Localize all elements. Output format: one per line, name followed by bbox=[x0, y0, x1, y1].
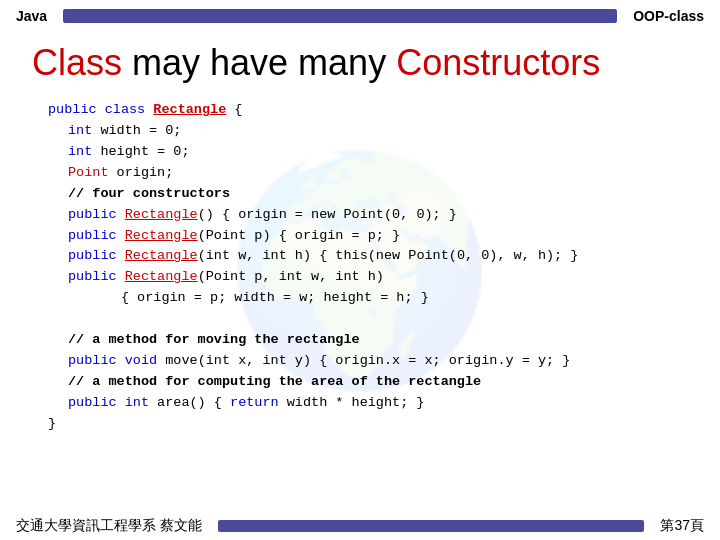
code-line-1: public class Rectangle { bbox=[48, 100, 672, 121]
code-line-9: { origin = p; width = w; height = h; } bbox=[48, 288, 672, 309]
code-line-8: public Rectangle(Point p, int w, int h) bbox=[48, 267, 672, 288]
footer: 交通大學資訊工程學系 蔡文能 第37頁 bbox=[0, 512, 720, 540]
footer-left-label: 交通大學資訊工程學系 蔡文能 bbox=[16, 517, 202, 535]
header: Java OOP-class bbox=[0, 0, 720, 32]
header-left-label: Java bbox=[16, 8, 47, 24]
footer-divider-bar bbox=[218, 520, 645, 532]
code-line-11: public int area() { return width * heigh… bbox=[48, 393, 672, 414]
footer-right-label: 第37頁 bbox=[660, 517, 704, 535]
code-block: public class Rectangle { int width = 0; … bbox=[0, 100, 720, 435]
code-line-2: int width = 0; bbox=[48, 121, 672, 142]
title-class-word: Class bbox=[32, 42, 122, 83]
slide-content: Java OOP-class Class may have many Const… bbox=[0, 0, 720, 540]
code-line-7: public Rectangle(int w, int h) { this(ne… bbox=[48, 246, 672, 267]
slide-title: Class may have many Constructors bbox=[0, 32, 720, 100]
header-divider-bar bbox=[63, 9, 617, 23]
code-line-comment3: // a method for computing the area of th… bbox=[48, 372, 672, 393]
code-line-comment2: // a method for moving the rectangle bbox=[48, 330, 672, 351]
header-right-label: OOP-class bbox=[633, 8, 704, 24]
code-line-close: } bbox=[48, 414, 672, 435]
code-line-6: public Rectangle(Point p) { origin = p; … bbox=[48, 226, 672, 247]
code-line-3: int height = 0; bbox=[48, 142, 672, 163]
code-line-4: Point origin; bbox=[48, 163, 672, 184]
code-line-blank bbox=[48, 309, 672, 330]
code-line-5: public Rectangle() { origin = new Point(… bbox=[48, 205, 672, 226]
code-line-10: public void move(int x, int y) { origin.… bbox=[48, 351, 672, 372]
title-middle: may have many bbox=[122, 42, 396, 83]
code-line-comment1: // four constructors bbox=[48, 184, 672, 205]
title-constructors-word: Constructors bbox=[396, 42, 600, 83]
